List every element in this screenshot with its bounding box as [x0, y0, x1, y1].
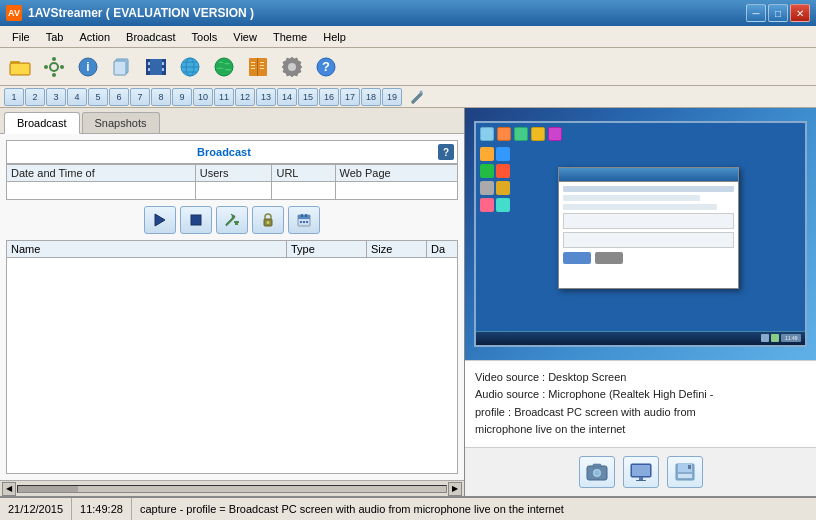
- tab-bar: Broadcast Snapshots: [0, 108, 464, 134]
- svg-rect-15: [148, 62, 150, 65]
- minimize-button[interactable]: ─: [746, 4, 766, 22]
- scroll-track[interactable]: [17, 485, 447, 493]
- broadcast-help-btn[interactable]: ?: [438, 144, 454, 160]
- toolbar-earth-btn[interactable]: [174, 51, 206, 83]
- desktop-preview: 11:49: [465, 108, 816, 360]
- col-date: Da: [427, 241, 457, 257]
- broadcast-settings-button[interactable]: [216, 206, 248, 234]
- tab-snapshots[interactable]: Snapshots: [82, 112, 160, 133]
- menu-broadcast[interactable]: Broadcast: [118, 29, 184, 45]
- sys-tray-icon: [761, 334, 769, 342]
- horizontal-scrollbar[interactable]: ◀ ▶: [0, 480, 464, 496]
- toolbar-globe2-btn[interactable]: [208, 51, 240, 83]
- scroll-thumb[interactable]: [18, 486, 78, 492]
- app-icon: AV: [6, 5, 22, 21]
- svg-rect-60: [678, 474, 692, 478]
- desktop-icon-row: [480, 164, 510, 178]
- lock-button[interactable]: [252, 206, 284, 234]
- col-size: Size: [367, 241, 427, 257]
- svg-rect-32: [260, 68, 264, 69]
- close-button[interactable]: ✕: [790, 4, 810, 22]
- menu-help[interactable]: Help: [315, 29, 354, 45]
- tab-broadcast[interactable]: Broadcast: [4, 112, 80, 134]
- fake-btn: [595, 252, 623, 264]
- menu-tab[interactable]: Tab: [38, 29, 72, 45]
- menu-theme[interactable]: Theme: [265, 29, 315, 45]
- num-btn-10[interactable]: 10: [193, 88, 213, 106]
- broadcast-panel: Broadcast ? Date and Time of Users URL W…: [0, 134, 464, 480]
- svg-rect-39: [234, 221, 239, 223]
- svg-rect-46: [305, 214, 307, 217]
- col-webpage: Web Page: [335, 165, 457, 182]
- num-btn-16[interactable]: 16: [319, 88, 339, 106]
- scroll-right-arrow[interactable]: ▶: [448, 482, 462, 496]
- num-btn-8[interactable]: 8: [151, 88, 171, 106]
- scroll-left-arrow[interactable]: ◀: [2, 482, 16, 496]
- menu-view[interactable]: View: [225, 29, 265, 45]
- svg-point-3: [50, 63, 58, 71]
- desktop-icon-row: [480, 181, 510, 195]
- num-btn-1[interactable]: 1: [4, 88, 24, 106]
- desktop-icon: [514, 127, 528, 141]
- svg-rect-18: [162, 68, 164, 71]
- status-time: 11:49:28: [72, 498, 132, 520]
- svg-rect-11: [114, 61, 126, 75]
- desktop-icon: [548, 127, 562, 141]
- num-btn-4[interactable]: 4: [67, 88, 87, 106]
- num-btn-11[interactable]: 11: [214, 88, 234, 106]
- toolbar-film-btn[interactable]: [140, 51, 172, 83]
- num-btn-12[interactable]: 12: [235, 88, 255, 106]
- menu-action[interactable]: Action: [71, 29, 118, 45]
- num-btn-15[interactable]: 15: [298, 88, 318, 106]
- svg-text:?: ?: [322, 59, 330, 74]
- num-btn-5[interactable]: 5: [88, 88, 108, 106]
- stop-button[interactable]: [180, 206, 212, 234]
- svg-text:i: i: [86, 60, 89, 74]
- num-btn-14[interactable]: 14: [277, 88, 297, 106]
- svg-rect-29: [251, 68, 255, 69]
- svg-rect-17: [162, 62, 164, 65]
- num-toolbar: 1 2 3 4 5 6 7 8 9 10 11 12 13 14 15 16 1…: [0, 86, 816, 108]
- menu-file[interactable]: File: [4, 29, 38, 45]
- icon: [496, 147, 510, 161]
- toolbar-copy-btn[interactable]: [106, 51, 138, 83]
- screen-button[interactable]: [623, 456, 659, 488]
- fake-taskbar: 11:49: [476, 331, 805, 345]
- svg-rect-13: [146, 59, 150, 75]
- cell-webpage: [335, 182, 457, 200]
- schedule-button[interactable]: [288, 206, 320, 234]
- num-btn-17[interactable]: 17: [340, 88, 360, 106]
- num-btn-3[interactable]: 3: [46, 88, 66, 106]
- num-btn-18[interactable]: 18: [361, 88, 381, 106]
- num-btn-2[interactable]: 2: [25, 88, 45, 106]
- toolbar-help-btn[interactable]: ?: [310, 51, 342, 83]
- broadcast-section-header: Broadcast ?: [6, 140, 458, 164]
- desktop-icon-row: [480, 198, 510, 212]
- wrench-icon[interactable]: [407, 88, 427, 106]
- menu-tools[interactable]: Tools: [184, 29, 226, 45]
- camera-button[interactable]: [579, 456, 615, 488]
- svg-rect-30: [260, 62, 264, 63]
- num-btn-9[interactable]: 9: [172, 88, 192, 106]
- toolbar-settings-btn[interactable]: [38, 51, 70, 83]
- fake-content-row: [563, 195, 700, 201]
- svg-point-4: [52, 57, 56, 61]
- window-controls: ─ □ ✕: [746, 4, 810, 22]
- maximize-button[interactable]: □: [768, 4, 788, 22]
- fake-content-row: [563, 204, 717, 210]
- toolbar-book-btn[interactable]: [242, 51, 274, 83]
- num-btn-19[interactable]: 19: [382, 88, 402, 106]
- toolbar-gear2-btn[interactable]: [276, 51, 308, 83]
- play-button[interactable]: [144, 206, 176, 234]
- desktop-icon: [531, 127, 545, 141]
- fake-btn-row: [563, 252, 734, 264]
- col-users: Users: [195, 165, 272, 182]
- toolbar-info-btn[interactable]: i: [72, 51, 104, 83]
- num-btn-13[interactable]: 13: [256, 88, 276, 106]
- num-btn-6[interactable]: 6: [109, 88, 129, 106]
- toolbar-open-btn[interactable]: [4, 51, 36, 83]
- save-button[interactable]: [667, 456, 703, 488]
- svg-rect-55: [632, 465, 650, 476]
- num-btn-7[interactable]: 7: [130, 88, 150, 106]
- status-bar: 21/12/2015 11:49:28 capture - profile = …: [0, 496, 816, 520]
